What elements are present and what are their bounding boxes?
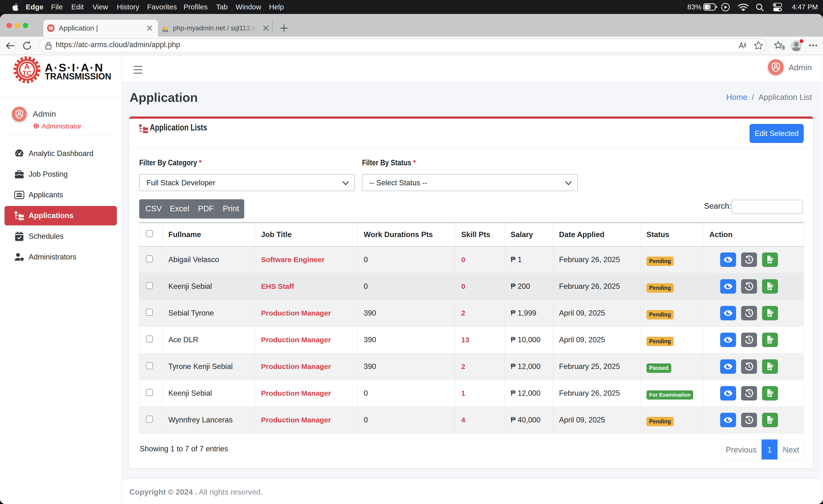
svg-text:PMA: PMA [162,30,168,32]
svg-text:A: A [50,25,52,28]
svg-text:TC: TC [22,69,31,77]
svg-text:TC: TC [49,28,52,31]
